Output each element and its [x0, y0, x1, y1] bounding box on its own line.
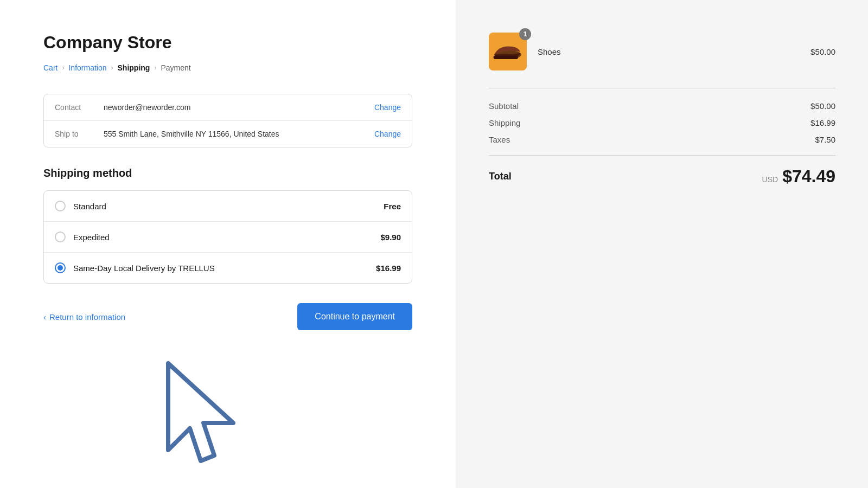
- radio-sameday[interactable]: [55, 262, 66, 273]
- svg-marker-0: [168, 363, 233, 461]
- product-badge: 1: [519, 28, 531, 40]
- total-currency: USD: [762, 175, 778, 184]
- total-label: Total: [489, 171, 512, 182]
- contact-label: Contact: [55, 103, 104, 112]
- contact-row: Contact neworder@neworder.com Change: [44, 94, 412, 120]
- return-chevron-icon: ‹: [43, 312, 46, 322]
- shipping-label-sameday: Same-Day Local Delivery by TRELLUS: [73, 264, 376, 273]
- info-box: Contact neworder@neworder.com Change Shi…: [43, 94, 412, 147]
- breadcrumb-information[interactable]: Information: [68, 63, 106, 72]
- product-divider: [489, 88, 835, 88]
- cursor-arrow-icon: [157, 352, 244, 472]
- subtotal-label: Subtotal: [489, 101, 519, 111]
- breadcrumb-cart[interactable]: Cart: [43, 63, 58, 72]
- contact-change[interactable]: Change: [374, 103, 401, 112]
- ship-to-change[interactable]: Change: [374, 130, 401, 138]
- shipping-label-standard: Standard: [73, 202, 384, 211]
- subtotal-value: $50.00: [810, 101, 835, 111]
- return-link[interactable]: ‹ Return to information: [43, 312, 125, 322]
- ship-to-row: Ship to 555 Smith Lane, Smithville NY 11…: [44, 120, 412, 147]
- shipping-summary-value: $16.99: [810, 118, 835, 127]
- total-divider: [489, 155, 835, 156]
- subtotal-row: Subtotal $50.00: [489, 101, 835, 111]
- taxes-row: Taxes $7.50: [489, 135, 835, 144]
- product-price: $50.00: [810, 47, 835, 56]
- bottom-actions: ‹ Return to information Continue to paym…: [43, 303, 412, 330]
- radio-standard[interactable]: [55, 201, 66, 211]
- left-panel: Company Store Cart › Information › Shipp…: [0, 0, 456, 488]
- product-image-wrap: 1: [489, 33, 527, 70]
- store-title: Company Store: [43, 33, 412, 53]
- product-item: 1 Shoes $50.00: [489, 33, 835, 70]
- breadcrumb-sep-3: ›: [154, 64, 156, 72]
- breadcrumb-shipping: Shipping: [118, 63, 150, 72]
- return-link-label: Return to information: [49, 312, 125, 322]
- right-panel: 1 Shoes $50.00 Subtotal $50.00 Shipping …: [456, 0, 868, 488]
- shipping-option-standard[interactable]: Standard Free: [44, 191, 412, 221]
- shipping-options: Standard Free Expedited $9.90 Same-Day L…: [43, 190, 412, 284]
- taxes-value: $7.50: [815, 135, 835, 144]
- breadcrumb-sep-2: ›: [111, 64, 113, 72]
- shipping-row: Shipping $16.99: [489, 118, 835, 127]
- ship-to-label: Ship to: [55, 130, 104, 138]
- shipping-option-sameday[interactable]: Same-Day Local Delivery by TRELLUS $16.9…: [44, 252, 412, 283]
- total-value: $74.49: [782, 166, 835, 187]
- shoe-icon: [490, 38, 526, 65]
- shipping-price-standard: Free: [384, 202, 401, 211]
- product-name: Shoes: [538, 47, 800, 56]
- breadcrumb-payment: Payment: [161, 63, 190, 72]
- total-row: Total USD $74.49: [489, 166, 835, 187]
- taxes-label: Taxes: [489, 135, 510, 144]
- breadcrumb-sep-1: ›: [62, 64, 64, 72]
- shipping-option-expedited[interactable]: Expedited $9.90: [44, 221, 412, 252]
- shipping-price-sameday: $16.99: [376, 264, 401, 273]
- shipping-price-expedited: $9.90: [380, 233, 401, 242]
- total-right: USD $74.49: [762, 166, 835, 187]
- breadcrumb: Cart › Information › Shipping › Payment: [43, 63, 412, 72]
- radio-expedited[interactable]: [55, 232, 66, 242]
- svg-rect-3: [494, 55, 518, 59]
- ship-to-value: 555 Smith Lane, Smithville NY 11566, Uni…: [104, 130, 374, 138]
- shipping-label-expedited: Expedited: [73, 233, 380, 242]
- continue-button[interactable]: Continue to payment: [297, 303, 412, 330]
- shipping-method-title: Shipping method: [43, 167, 412, 179]
- shipping-summary-label: Shipping: [489, 118, 520, 127]
- contact-value: neworder@neworder.com: [104, 103, 374, 112]
